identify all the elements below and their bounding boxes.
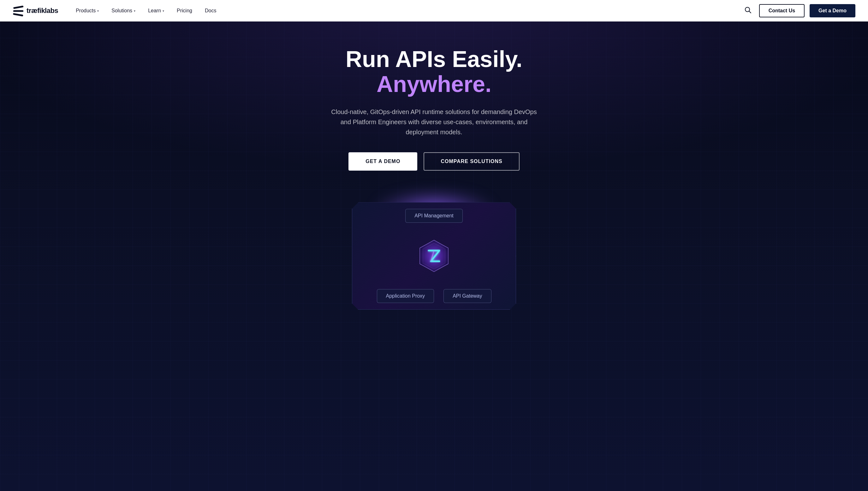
svg-marker-5 <box>420 240 448 272</box>
hero-section: Run APIs Easily. Anywhere. Cloud-native,… <box>0 0 868 491</box>
learn-chevron-icon: ▾ <box>162 9 164 12</box>
diagram-bottom-row: Application Proxy API Gateway <box>377 289 491 303</box>
compare-solutions-button[interactable]: COMPARE SOLUTIONS <box>424 152 519 171</box>
svg-line-4 <box>749 11 751 13</box>
api-gateway-node: API Gateway <box>443 289 491 303</box>
right-connector-line <box>516 256 528 256</box>
hero-subtitle: Cloud-native, GitOps-driven API runtime … <box>330 107 538 137</box>
traefik-hex-logo <box>416 238 452 273</box>
diagram-section: Incoming Requests API Management <box>0 202 868 310</box>
nav-docs[interactable]: Docs <box>200 5 221 16</box>
svg-rect-0 <box>13 6 24 9</box>
nav-actions: Contact Us Get a Demo <box>742 4 856 18</box>
get-demo-hero-button[interactable]: GET A DEMO <box>348 152 417 171</box>
logo-text: træfiklabs <box>27 7 58 15</box>
svg-rect-2 <box>13 13 23 17</box>
logo-link[interactable]: træfiklabs <box>12 5 58 17</box>
nav-solutions[interactable]: Solutions ▾ <box>106 5 141 16</box>
svg-rect-1 <box>13 10 23 12</box>
navbar: træfiklabs Products ▾ Solutions ▾ Learn … <box>0 0 868 22</box>
nav-learn[interactable]: Learn ▾ <box>143 5 169 16</box>
nav-pricing[interactable]: Pricing <box>172 5 197 16</box>
hero-content: Run APIs Easily. Anywhere. Cloud-native,… <box>292 22 576 202</box>
diagram-center <box>416 223 452 289</box>
diagram-box: API Management <box>352 202 516 310</box>
logo-icon <box>12 5 24 17</box>
nav-links: Products ▾ Solutions ▾ Learn ▾ Pricing D… <box>71 5 742 16</box>
hero-title: Run APIs Easily. Anywhere. <box>305 47 563 97</box>
products-chevron-icon: ▾ <box>97 9 99 12</box>
search-button[interactable] <box>742 4 754 18</box>
contact-us-button[interactable]: Contact Us <box>759 4 805 18</box>
hero-buttons: GET A DEMO COMPARE SOLUTIONS <box>305 152 563 171</box>
get-demo-nav-button[interactable]: Get a Demo <box>810 4 856 18</box>
application-proxy-node: Application Proxy <box>377 289 434 303</box>
api-management-node: API Management <box>405 209 463 223</box>
search-icon <box>745 7 751 13</box>
nav-products[interactable]: Products ▾ <box>71 5 104 16</box>
solutions-chevron-icon: ▾ <box>134 9 135 12</box>
